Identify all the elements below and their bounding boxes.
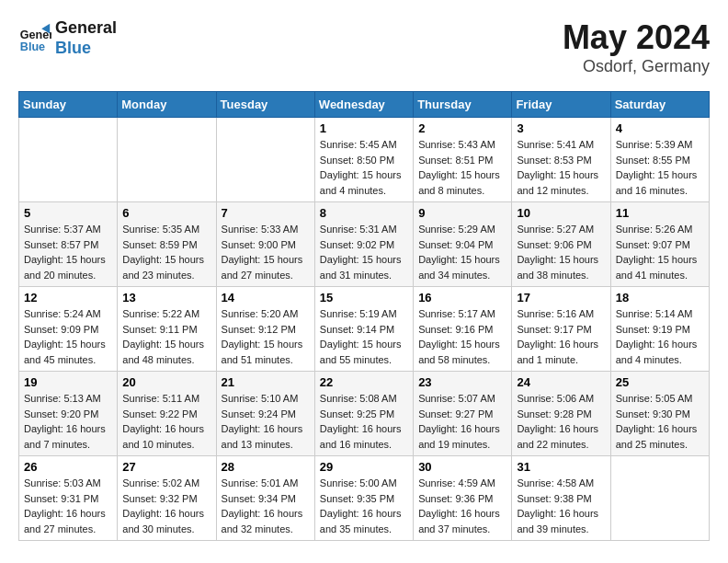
day-info: Sunrise: 5:20 AMSunset: 9:12 PMDaylight:… (222, 306, 310, 367)
calendar-cell: 5Sunrise: 5:37 AMSunset: 8:57 PMDaylight… (19, 202, 118, 287)
day-info: Sunrise: 5:11 AMSunset: 9:22 PMDaylight:… (122, 391, 210, 452)
logo-general: General (55, 18, 117, 39)
calendar-cell: 26Sunrise: 5:03 AMSunset: 9:31 PMDayligh… (19, 456, 118, 541)
calendar-cell (118, 118, 216, 202)
day-info: Sunrise: 5:17 AMSunset: 9:16 PMDaylight:… (418, 306, 506, 367)
day-number: 15 (320, 291, 408, 304)
calendar-cell: 2Sunrise: 5:43 AMSunset: 8:51 PMDaylight… (414, 118, 512, 202)
day-number: 2 (418, 121, 506, 135)
calendar-cell: 20Sunrise: 5:11 AMSunset: 9:22 PMDayligh… (118, 372, 216, 456)
day-number: 12 (24, 291, 112, 304)
day-number: 28 (222, 460, 310, 474)
weekday-wednesday: Wednesday (314, 92, 413, 118)
calendar-cell (216, 118, 314, 202)
day-number: 26 (24, 460, 112, 474)
calendar-cell: 25Sunrise: 5:05 AMSunset: 9:30 PMDayligh… (610, 372, 709, 456)
calendar-cell: 4Sunrise: 5:39 AMSunset: 8:55 PMDaylight… (610, 118, 709, 202)
logo-blue: Blue (55, 39, 117, 59)
day-info: Sunrise: 5:00 AMSunset: 9:35 PMDaylight:… (320, 476, 408, 536)
calendar-cell: 10Sunrise: 5:27 AMSunset: 9:06 PMDayligh… (512, 202, 610, 287)
day-info: Sunrise: 5:29 AMSunset: 9:04 PMDaylight:… (418, 222, 506, 282)
day-number: 8 (320, 206, 408, 220)
day-info: Sunrise: 5:07 AMSunset: 9:27 PMDaylight:… (418, 391, 506, 452)
calendar-cell: 3Sunrise: 5:41 AMSunset: 8:53 PMDaylight… (512, 118, 610, 202)
day-number: 9 (418, 206, 506, 220)
day-number: 14 (222, 291, 310, 304)
calendar-cell: 19Sunrise: 5:13 AMSunset: 9:20 PMDayligh… (19, 372, 118, 456)
calendar-cell: 30Sunrise: 4:59 AMSunset: 9:36 PMDayligh… (414, 456, 512, 541)
day-number: 13 (122, 291, 210, 304)
main-title: May 2024 (563, 18, 710, 57)
calendar-week-1: 1Sunrise: 5:45 AMSunset: 8:50 PMDaylight… (19, 118, 710, 202)
day-info: Sunrise: 5:37 AMSunset: 8:57 PMDaylight:… (24, 222, 112, 282)
day-number: 31 (517, 460, 605, 474)
weekday-saturday: Saturday (610, 92, 709, 118)
day-number: 7 (222, 206, 310, 220)
calendar-week-3: 12Sunrise: 5:24 AMSunset: 9:09 PMDayligh… (19, 287, 710, 372)
calendar-cell: 31Sunrise: 4:58 AMSunset: 9:38 PMDayligh… (512, 456, 610, 541)
day-info: Sunrise: 4:58 AMSunset: 9:38 PMDaylight:… (517, 476, 605, 536)
page-header: General Blue General Blue May 2024 Osdor… (18, 18, 710, 76)
day-info: Sunrise: 5:08 AMSunset: 9:25 PMDaylight:… (320, 391, 408, 452)
day-info: Sunrise: 5:05 AMSunset: 9:30 PMDaylight:… (616, 391, 704, 452)
day-number: 21 (222, 375, 310, 389)
calendar-week-2: 5Sunrise: 5:37 AMSunset: 8:57 PMDaylight… (19, 202, 710, 287)
calendar-cell: 16Sunrise: 5:17 AMSunset: 9:16 PMDayligh… (414, 287, 512, 372)
day-info: Sunrise: 5:14 AMSunset: 9:19 PMDaylight:… (616, 306, 704, 367)
day-number: 20 (122, 375, 210, 389)
calendar-week-5: 26Sunrise: 5:03 AMSunset: 9:31 PMDayligh… (19, 456, 710, 541)
day-number: 16 (418, 291, 506, 304)
calendar-cell: 28Sunrise: 5:01 AMSunset: 9:34 PMDayligh… (216, 456, 314, 541)
day-number: 29 (320, 460, 408, 474)
day-info: Sunrise: 5:19 AMSunset: 9:14 PMDaylight:… (320, 306, 408, 367)
day-number: 1 (320, 121, 408, 135)
calendar-cell: 29Sunrise: 5:00 AMSunset: 9:35 PMDayligh… (314, 456, 413, 541)
calendar-cell: 9Sunrise: 5:29 AMSunset: 9:04 PMDaylight… (414, 202, 512, 287)
day-info: Sunrise: 5:16 AMSunset: 9:17 PMDaylight:… (517, 306, 605, 367)
day-number: 27 (122, 460, 210, 474)
calendar-cell: 1Sunrise: 5:45 AMSunset: 8:50 PMDaylight… (314, 118, 413, 202)
day-number: 23 (418, 375, 506, 389)
day-info: Sunrise: 5:33 AMSunset: 9:00 PMDaylight:… (222, 222, 310, 282)
day-info: Sunrise: 5:22 AMSunset: 9:11 PMDaylight:… (122, 306, 210, 367)
weekday-thursday: Thursday (414, 92, 512, 118)
day-number: 4 (616, 121, 704, 135)
calendar-week-4: 19Sunrise: 5:13 AMSunset: 9:20 PMDayligh… (19, 372, 710, 456)
calendar-table: SundayMondayTuesdayWednesdayThursdayFrid… (18, 91, 710, 541)
sub-title: Osdorf, Germany (563, 57, 710, 76)
day-info: Sunrise: 5:06 AMSunset: 9:28 PMDaylight:… (517, 391, 605, 452)
day-number: 24 (517, 375, 605, 389)
calendar-cell: 7Sunrise: 5:33 AMSunset: 9:00 PMDaylight… (216, 202, 314, 287)
day-info: Sunrise: 5:26 AMSunset: 9:07 PMDaylight:… (616, 222, 704, 282)
day-info: Sunrise: 5:31 AMSunset: 9:02 PMDaylight:… (320, 222, 408, 282)
day-info: Sunrise: 5:02 AMSunset: 9:32 PMDaylight:… (122, 476, 210, 536)
calendar-cell: 14Sunrise: 5:20 AMSunset: 9:12 PMDayligh… (216, 287, 314, 372)
calendar-cell: 18Sunrise: 5:14 AMSunset: 9:19 PMDayligh… (610, 287, 709, 372)
day-info: Sunrise: 5:27 AMSunset: 9:06 PMDaylight:… (517, 222, 605, 282)
weekday-monday: Monday (118, 92, 216, 118)
calendar-cell: 22Sunrise: 5:08 AMSunset: 9:25 PMDayligh… (314, 372, 413, 456)
day-info: Sunrise: 5:13 AMSunset: 9:20 PMDaylight:… (24, 391, 112, 452)
svg-text:Blue: Blue (20, 40, 45, 52)
calendar-cell: 21Sunrise: 5:10 AMSunset: 9:24 PMDayligh… (216, 372, 314, 456)
day-info: Sunrise: 5:43 AMSunset: 8:51 PMDaylight:… (418, 137, 506, 198)
day-number: 10 (517, 206, 605, 220)
calendar-cell: 24Sunrise: 5:06 AMSunset: 9:28 PMDayligh… (512, 372, 610, 456)
day-info: Sunrise: 5:03 AMSunset: 9:31 PMDaylight:… (24, 476, 112, 536)
day-info: Sunrise: 5:10 AMSunset: 9:24 PMDaylight:… (222, 391, 310, 452)
calendar-cell: 11Sunrise: 5:26 AMSunset: 9:07 PMDayligh… (610, 202, 709, 287)
calendar-cell (610, 456, 709, 541)
day-number: 17 (517, 291, 605, 304)
day-info: Sunrise: 5:24 AMSunset: 9:09 PMDaylight:… (24, 306, 112, 367)
calendar-cell: 12Sunrise: 5:24 AMSunset: 9:09 PMDayligh… (19, 287, 118, 372)
calendar-cell: 15Sunrise: 5:19 AMSunset: 9:14 PMDayligh… (314, 287, 413, 372)
day-number: 11 (616, 206, 704, 220)
calendar-cell: 8Sunrise: 5:31 AMSunset: 9:02 PMDaylight… (314, 202, 413, 287)
day-number: 22 (320, 375, 408, 389)
day-info: Sunrise: 5:01 AMSunset: 9:34 PMDaylight:… (222, 476, 310, 536)
day-info: Sunrise: 4:59 AMSunset: 9:36 PMDaylight:… (418, 476, 506, 536)
day-number: 30 (418, 460, 506, 474)
weekday-tuesday: Tuesday (216, 92, 314, 118)
day-number: 25 (616, 375, 704, 389)
day-number: 3 (517, 121, 605, 135)
